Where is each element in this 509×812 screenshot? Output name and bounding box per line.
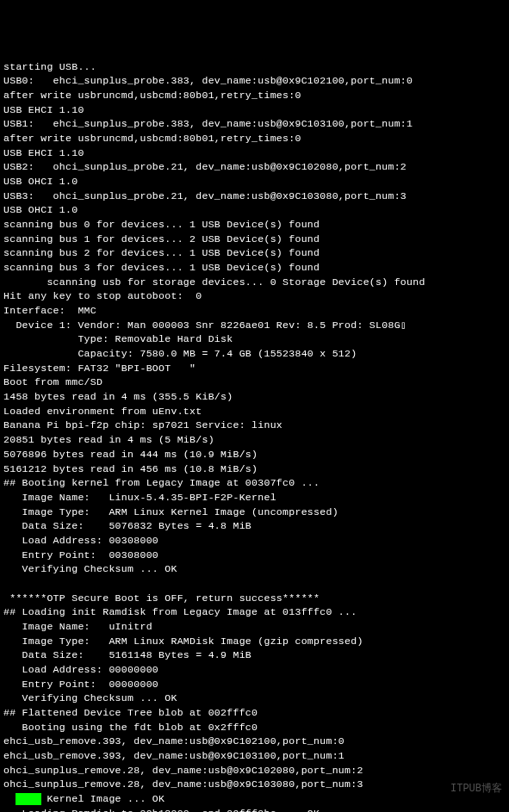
terminal-line: Verifying Checksum ... OK	[3, 562, 506, 577]
terminal-line: USB1: ehci_sunplus_probe.383, dev_name:u…	[3, 117, 506, 132]
terminal-line: ohci_sunplus_remove.28, dev_name:usb@0x9…	[3, 764, 506, 778]
terminal-line: ## Booting kernel from Legacy Image at 0…	[3, 476, 506, 491]
terminal-line: Entry Point: 00308000	[3, 549, 506, 563]
terminal-line: ******OTP Secure Boot is OFF, return suc…	[3, 592, 506, 606]
watermark-text: ITPUB博客	[450, 782, 502, 797]
terminal-line	[3, 577, 506, 592]
terminal-line: 1458 bytes read in 4 ms (355.5 KiB/s)	[3, 390, 506, 405]
terminal-line: ehci_usb_remove.393, dev_name:usb@0x9C10…	[3, 735, 506, 749]
terminal-line: after write usbruncmd,usbcmd:80b01,retry…	[3, 132, 506, 146]
terminal-line: scanning bus 2 for devices... 1 USB Devi…	[3, 246, 506, 261]
terminal-line: ohci_sunplus_remove.28, dev_name:usb@0x9…	[3, 778, 506, 792]
cursor-line	[3, 779, 41, 810]
terminal-line: scanning bus 1 for devices... 2 USB Devi…	[3, 232, 506, 247]
terminal-line: starting USB...	[3, 60, 506, 75]
terminal-line: XIP Kernel Image ... OK	[3, 792, 506, 807]
terminal-line: USB OHCI 1.0	[3, 175, 506, 189]
terminal-line: Hit any key to stop autoboot: 0	[3, 289, 506, 304]
terminal-line: scanning usb for storage devices... 0 St…	[3, 276, 506, 290]
terminal-line: Image Type: ARM Linux RAMDisk Image (gzi…	[3, 635, 506, 649]
terminal-line: Image Name: Linux-5.4.35-BPI-F2P-Kernel	[3, 491, 506, 505]
terminal-line: USB2: ohci_sunplus_probe.21, dev_name:us…	[3, 160, 506, 175]
terminal-cursor	[16, 793, 41, 805]
terminal-line: Data Size: 5076832 Bytes = 4.8 MiB	[3, 519, 506, 534]
terminal-line: 5076896 bytes read in 444 ms (10.9 MiB/s…	[3, 448, 506, 462]
terminal-line: USB0: ehci_sunplus_probe.383, dev_name:u…	[3, 74, 506, 89]
terminal-line: scanning bus 3 for devices... 1 USB Devi…	[3, 261, 506, 276]
terminal-line: ## Loading init Ramdisk from Legacy Imag…	[3, 605, 506, 620]
terminal-line: Loading Ramdisk to 09b13000, end 09fff0b…	[3, 807, 506, 812]
terminal-line: Loaded environment from uEnv.txt	[3, 405, 506, 419]
terminal-line: USB EHCI 1.10	[3, 146, 506, 161]
terminal-line: Load Address: 00000000	[3, 663, 506, 678]
terminal-line: Image Name: uInitrd	[3, 620, 506, 635]
terminal-line: Data Size: 5161148 Bytes = 4.9 MiB	[3, 648, 506, 663]
terminal-line: Booting using the fdt blob at 0x2fffc0	[3, 721, 506, 735]
terminal-line: 5161212 bytes read in 456 ms (10.8 MiB/s…	[3, 462, 506, 477]
terminal-line: Filesystem: FAT32 "BPI-BOOT "	[3, 362, 506, 376]
terminal-line: Interface: MMC	[3, 304, 506, 319]
terminal-output: starting USB...USB0: ehci_sunplus_probe.…	[3, 60, 506, 812]
terminal-line: ehci_usb_remove.393, dev_name:usb@0x9C10…	[3, 749, 506, 764]
terminal-line: 20851 bytes read in 4 ms (5 MiB/s)	[3, 433, 506, 448]
terminal-line: Image Type: ARM Linux Kernel Image (unco…	[3, 505, 506, 520]
terminal-line: Banana Pi bpi-f2p chip: sp7021 Service: …	[3, 418, 506, 433]
terminal-line: Device 1: Vendor: Man 000003 Snr 8226ae0…	[3, 319, 506, 333]
terminal-line: ## Flattened Device Tree blob at 002fffc…	[3, 706, 506, 721]
terminal-line: Capacity: 7580.0 MB = 7.4 GB (15523840 x…	[3, 347, 506, 362]
terminal-line: Load Address: 00308000	[3, 534, 506, 549]
terminal-line: USB EHCI 1.10	[3, 103, 506, 118]
terminal-line: USB3: ohci_sunplus_probe.21, dev_name:us…	[3, 189, 506, 204]
terminal-line: scanning bus 0 for devices... 1 USB Devi…	[3, 218, 506, 232]
terminal-line: after write usbruncmd,usbcmd:80b01,retry…	[3, 89, 506, 103]
terminal-line: Type: Removable Hard Disk	[3, 332, 506, 347]
terminal-line: Entry Point: 00000000	[3, 678, 506, 692]
terminal-line: Boot from mmc/SD	[3, 375, 506, 390]
terminal-line: USB OHCI 1.0	[3, 203, 506, 218]
terminal-line: Verifying Checksum ... OK	[3, 691, 506, 706]
